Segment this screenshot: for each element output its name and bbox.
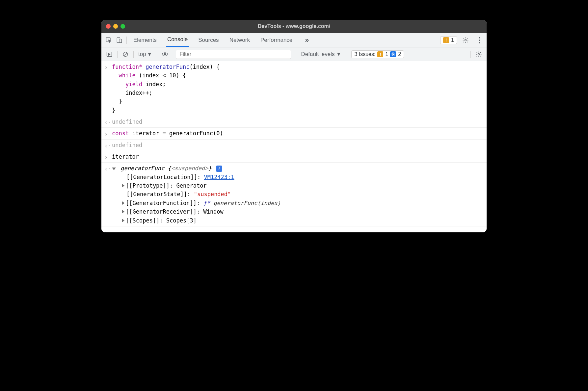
divider [470,51,471,58]
object-property[interactable]: [[GeneratorFunction]]: ƒ* generatorFunc(… [112,199,483,207]
clear-console-icon[interactable] [120,49,131,60]
input-chevron-icon: › [104,63,108,72]
warning-icon: ! [443,37,449,43]
error-count: 1 [451,37,454,43]
context-selector[interactable]: top ▼ [136,51,154,58]
svg-point-3 [465,39,467,41]
input-chevron-icon: › [104,153,108,162]
tab-elements[interactable]: Elements [132,33,158,47]
console-output-entry: ‹· generatorFunc {<suspended>} i [[Gener… [101,163,487,226]
disclosure-triangle-icon[interactable] [112,168,116,170]
window-title: DevTools - www.google.com/ [258,23,330,29]
close-window-button[interactable] [106,24,111,29]
disclosure-triangle-icon[interactable] [122,184,124,188]
svg-point-9 [478,53,480,55]
disclosure-triangle-icon[interactable] [122,210,124,214]
error-count-badge[interactable]: ! 1 [440,36,457,44]
tab-sources[interactable]: Sources [197,33,220,47]
toggle-sidebar-icon[interactable] [104,49,115,60]
object-property[interactable]: [[GeneratorState]]: "suspended" [112,190,483,198]
console-toolbar: top ▼ Default levels ▼ 3 Issues: ! 1 ⎘ 2 [101,47,487,61]
console-output-entry: ‹· undefined [101,116,487,128]
console-output-entry: ‹· undefined [101,140,487,151]
info-icon[interactable]: i [216,166,222,172]
object-property[interactable]: [[GeneratorReceiver]]: Window [112,207,483,216]
prompt-chevron-icon: › [104,228,108,232]
dropdown-icon: ▼ [336,51,342,58]
warn-count: 1 [385,51,388,57]
code-block: function* generatorFunc(index) { while (… [112,63,483,115]
console-settings-gear-icon[interactable] [473,49,484,60]
issues-badge[interactable]: 3 Issues: ! 1 ⎘ 2 [351,50,404,58]
console-body: › function* generatorFunc(index) { while… [101,61,487,232]
object-property[interactable]: [[Prototype]]: Generator [112,181,483,190]
tab-network[interactable]: Network [228,33,251,47]
info-count: 2 [398,51,401,57]
tabbar-right: ! 1 ⋮ [440,35,485,45]
divider [157,51,157,58]
svg-rect-2 [119,39,122,42]
divider [133,51,134,58]
issues-label: 3 Issues: [354,51,375,57]
zoom-window-button[interactable] [120,24,125,29]
disclosure-triangle-icon[interactable] [122,219,124,222]
panel-tabs: Elements Console Sources Network Perform… [132,33,309,47]
context-label: top [138,51,146,58]
undefined-value: undefined [112,118,142,125]
tab-performance[interactable]: Performance [259,33,294,47]
filter-input[interactable] [176,50,291,59]
output-chevron-icon: ‹· [104,142,111,150]
levels-label: Default levels [301,51,334,58]
live-expression-icon[interactable] [160,49,170,60]
code: iterator [112,153,139,160]
source-link[interactable]: VM12423:1 [204,174,234,180]
input-chevron-icon: › [104,130,108,138]
output-chevron-icon: ‹· [104,165,111,173]
svg-line-6 [124,53,127,56]
main-tabbar: Elements Console Sources Network Perform… [101,33,487,47]
tab-console[interactable]: Console [166,33,189,47]
console-input-entry[interactable]: › const iterator = generatorFunc(0) [101,128,487,139]
svg-point-8 [164,53,166,55]
settings-gear-icon[interactable] [460,35,471,45]
console-input-entry[interactable]: › function* generatorFunc(index) { while… [101,61,487,116]
traffic-lights [106,24,125,29]
devtools-window: DevTools - www.google.com/ Elements Cons… [101,20,487,232]
object-property[interactable]: [[GeneratorLocation]]: VM12423:1 [112,173,483,181]
console-input-entry[interactable]: › iterator [101,151,487,163]
divider [126,37,127,44]
inspect-element-icon[interactable] [103,35,114,45]
log-levels-selector[interactable]: Default levels ▼ [299,51,343,58]
divider [117,51,118,58]
window-titlebar: DevTools - www.google.com/ [101,20,487,33]
object-property[interactable]: [[Scopes]]: Scopes[3] [112,216,483,225]
kebab-menu-icon[interactable]: ⋮ [474,35,485,45]
info-icon: ⎘ [390,51,396,57]
divider [173,51,173,58]
device-toolbar-icon[interactable] [114,35,124,45]
minimize-window-button[interactable] [113,24,118,29]
disclosure-triangle-icon[interactable] [122,201,124,205]
warning-icon: ! [377,51,383,57]
undefined-value: undefined [112,142,142,148]
console-prompt[interactable]: › [101,226,487,229]
output-chevron-icon: ‹· [104,118,111,127]
dropdown-icon: ▼ [147,51,152,58]
more-tabs-icon[interactable]: » [305,36,309,44]
object-header[interactable]: generatorFunc {<suspended>} [120,165,211,171]
